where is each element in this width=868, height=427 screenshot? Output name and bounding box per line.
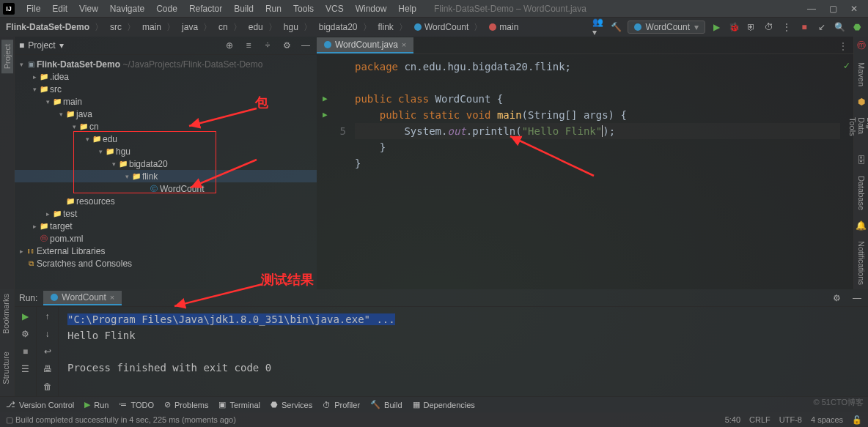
tab-terminal[interactable]: ▣ Terminal [218,400,260,409]
sidebar-tab-notifications[interactable]: Notifications [856,237,867,289]
rerun-settings-icon[interactable]: ⚙ [19,327,32,341]
tree-folder-main[interactable]: ▾📁main [15,95,317,108]
dump-icon[interactable]: ☰ [19,363,32,376]
stop-icon[interactable]: ■ [798,21,811,34]
check-icon[interactable]: ✓ [844,59,850,71]
debug-icon[interactable]: 🐞 [727,21,740,34]
collapse-all-icon[interactable]: ÷ [261,39,274,52]
breadcrumb[interactable]: hgu〉 [282,21,316,34]
tab-dependencies[interactable]: ▦ Dependencies [413,400,475,409]
menu-help[interactable]: Help [392,2,422,15]
clear-icon[interactable]: 🗑 [41,380,54,393]
sidebar-tab-bookmarks[interactable]: Bookmarks [0,289,12,338]
hammer-icon[interactable]: 🔨 [610,21,623,34]
menu-navigate[interactable]: Navigate [104,2,150,15]
search-icon[interactable]: 🔍 [833,21,846,34]
tree-scratches[interactable]: ⧉Scratches and Consoles [15,257,317,270]
tree-folder-target[interactable]: ▸📁target [15,220,317,232]
bigdata-icon[interactable]: ⬢ [858,97,865,107]
coverage-icon[interactable]: ⛨ [745,21,758,34]
tree-file-pom[interactable]: ⓜpom.xml [15,232,317,245]
run-settings-icon[interactable]: ⚙ [830,292,843,305]
tab-build[interactable]: 🔨 Build [370,400,402,409]
expand-all-icon[interactable]: ≡ [242,39,255,52]
tree-folder-java[interactable]: ▾📁java [15,108,317,120]
tree-root[interactable]: ▾▣Flink-DataSet-Demo ~/JavaProjects/Flin… [15,58,317,70]
run-tab-wordcount[interactable]: WordCount× [43,291,122,305]
menu-run[interactable]: Run [260,2,287,15]
hide-panel-icon[interactable]: — [299,39,312,52]
bell-icon[interactable]: 🔔 [856,220,867,231]
settings-icon[interactable]: ⚙ [280,39,293,52]
code-editor[interactable]: ▶ ▶ 5 package cn.edu.hgu.bigdata20.flink… [317,54,853,289]
sidebar-tab-bigdata[interactable]: Big Data Tools [847,113,869,149]
maximize-icon[interactable]: ▢ [829,4,837,14]
ide-settings-icon[interactable]: ⬣ [850,21,864,34]
sidebar-tab-structure[interactable]: Structure [0,347,12,389]
menu-vcs[interactable]: VCS [320,2,350,15]
editor-tab-more-icon[interactable]: ⋮ [833,39,853,53]
tree-package-flink[interactable]: ▾📁flink [15,170,317,182]
minimize-icon[interactable]: — [807,4,816,14]
tree-folder-src[interactable]: ▾📁src [15,83,317,95]
run-gutter-icon[interactable]: ▶ [323,107,328,123]
tab-services[interactable]: ⬣ Services [271,400,312,409]
run-gutter-icon[interactable]: ▶ [323,91,328,107]
breadcrumb[interactable]: java〉 [180,21,216,34]
breadcrumb[interactable]: main [488,22,520,32]
tree-folder-idea[interactable]: ▸📁.idea [15,70,317,83]
tab-todo[interactable]: ≔ TODO [119,400,154,409]
tree-package-edu[interactable]: ▾📁edu [15,133,317,145]
run-config-selector[interactable]: WordCount▾ [628,21,705,34]
breadcrumb[interactable]: main〉 [141,21,179,34]
menu-tools[interactable]: Tools [287,2,320,15]
breadcrumb[interactable]: WordCount〉 [413,21,486,34]
breadcrumb[interactable]: flink〉 [377,21,411,34]
profile-icon[interactable]: ⏱ [762,21,776,34]
sidebar-tab-database[interactable]: Database [856,171,867,215]
tree-external-libs[interactable]: ▸⫾⫾External Libraries [15,245,317,257]
tree-package-cn[interactable]: ▾📁cn [15,120,317,133]
wrap-icon[interactable]: ↩ [41,345,54,358]
select-opened-icon[interactable]: ⊕ [223,39,236,52]
stop-run-icon[interactable]: ■ [19,345,32,358]
breadcrumb[interactable]: src〉 [108,21,139,34]
editor-tab-wordcount[interactable]: WordCount.java× [317,37,413,53]
caret-position[interactable]: 5:40 [725,415,740,425]
readonly-lock-icon[interactable]: 🔓 [852,415,862,425]
maven-icon[interactable]: ⓜ [857,40,866,52]
user-icon[interactable]: 👥▾ [592,21,606,34]
breadcrumb[interactable]: edu〉 [247,21,281,34]
more-run-icon[interactable]: ⋮ [780,21,793,34]
status-menu-icon[interactable]: ▢ [6,415,13,425]
tree-class-wordcount[interactable]: ⒸWordCount [15,182,317,195]
project-panel-title[interactable]: ■ Project ▾ [19,40,64,51]
print-icon[interactable]: 🖶 [41,363,54,376]
sidebar-tab-maven[interactable]: Maven [856,58,867,91]
tab-profiler[interactable]: ⏱ Profiler [323,401,360,409]
menu-build[interactable]: Build [228,2,260,15]
tree-folder-test[interactable]: ▸📁test [15,207,317,220]
close-run-tab-icon[interactable]: × [110,293,114,302]
rerun-icon[interactable]: ▶ [19,310,32,323]
menu-edit[interactable]: Edit [46,2,73,15]
tree-package-bigdata20[interactable]: ▾📁bigdata20 [15,157,317,170]
tree-folder-resources[interactable]: 📁resources [15,195,317,207]
file-encoding[interactable]: UTF-8 [779,415,802,425]
tab-run[interactable]: ▶ Run [84,400,108,409]
tab-version-control[interactable]: ⎇ Version Control [6,400,74,409]
menu-view[interactable]: View [73,2,104,15]
sidebar-tab-project[interactable]: Project [1,40,13,73]
scroll-up-icon[interactable]: ↑ [41,310,54,323]
breadcrumb[interactable]: bigdata20〉 [317,21,375,34]
close-icon[interactable]: ✕ [850,4,858,14]
indent-setting[interactable]: 4 spaces [811,415,843,425]
scroll-down-icon[interactable]: ↓ [41,327,54,341]
line-ending[interactable]: CRLF [749,415,770,425]
tree-package-hgu[interactable]: ▾📁hgu [15,145,317,157]
menu-code[interactable]: Code [150,2,183,15]
run-console-output[interactable]: "C:\Program Files\Java\jdk1.8.0_351\bin\… [59,307,868,396]
menu-file[interactable]: File [21,2,46,15]
database-icon[interactable]: 🗄 [857,155,866,166]
close-tab-icon[interactable]: × [402,40,406,49]
